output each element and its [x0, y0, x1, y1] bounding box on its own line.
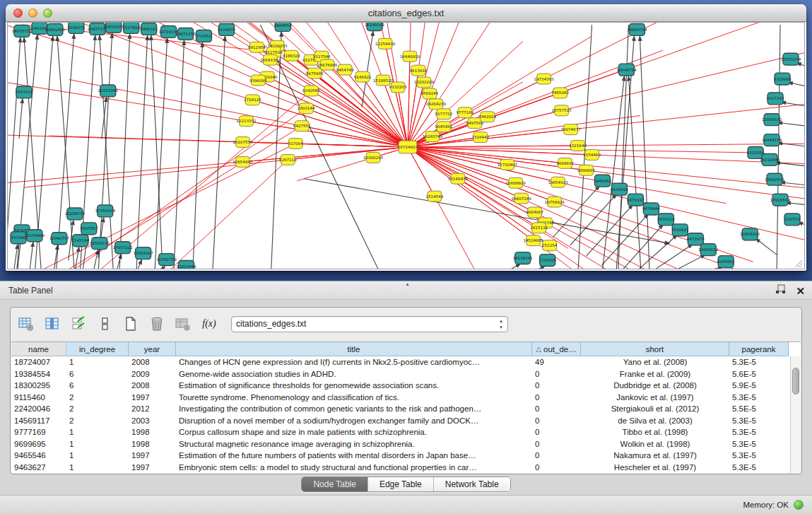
- table-body: 1872400712008Changes of HCN gene express…: [11, 356, 801, 473]
- cell-title: Embryonic stem cells: a model to study s…: [176, 462, 532, 474]
- cell-short: Hescheler et al. (1997): [581, 462, 729, 474]
- column-header-pagerank[interactable]: pagerank: [729, 342, 789, 356]
- graph-node-label: 7462024: [478, 115, 496, 119]
- delete-table-icon[interactable]: [148, 315, 165, 332]
- cell-in_degree: 2: [66, 403, 129, 415]
- network-canvas[interactable]: 8912954142260539127508165433828186328932…: [7, 22, 805, 269]
- select-column-icon[interactable]: [44, 315, 61, 332]
- table-row[interactable]: 1456911722003Disruption of a novel membe…: [11, 415, 801, 427]
- graph-node-label: 252254: [542, 243, 558, 247]
- create-table-icon[interactable]: [122, 315, 139, 332]
- table-row[interactable]: 2242004622012Investigating the contribut…: [11, 403, 801, 415]
- cell-title: Estimation of the future numbers of pati…: [176, 450, 532, 462]
- graph-node-label: 20891406: [45, 28, 66, 32]
- select-rows-check-icon[interactable]: [70, 315, 87, 332]
- graph-node-label: 9899695: [577, 168, 595, 173]
- cell-out_degree: 0: [532, 380, 581, 392]
- cell-pagerank: 5.3E-5: [729, 426, 789, 438]
- graph-node-label: 1615132: [530, 226, 548, 230]
- table-panel-title: Table Panel: [8, 286, 53, 296]
- column-header-short[interactable]: short: [581, 342, 729, 356]
- cell-out_degree: 0: [532, 450, 581, 462]
- table-row[interactable]: 1938455462009Genome-wide association stu…: [11, 368, 801, 380]
- graph-node-label: 18807249: [512, 197, 532, 201]
- column-header-in_degree[interactable]: in_degree: [66, 342, 129, 356]
- network-window: citations_edges.txt 89129541422605391275…: [6, 4, 806, 271]
- column-header-out_degree[interactable]: △out_de…: [532, 342, 581, 356]
- graph-node-label: 16074877: [560, 127, 581, 132]
- function-builder-icon[interactable]: f(x): [201, 315, 218, 332]
- graph-node-label: 2718126: [244, 98, 261, 102]
- graph-node-label: 15692931: [765, 177, 785, 182]
- graph-node-label: 9327546: [313, 54, 331, 59]
- table-row[interactable]: 1830029562008Estimation of significance …: [11, 380, 801, 392]
- cell-pagerank: 5.3E-5: [729, 450, 789, 462]
- status-bar: Memory: OK: [0, 495, 812, 514]
- graph-node-label: 9396095: [249, 78, 267, 83]
- cell-title: Tourette syndrome. Phenomenology and cla…: [176, 392, 532, 404]
- graph-node-label: 9127508: [265, 50, 283, 54]
- table-source-select[interactable]: citations_edges.txt ▲▼: [231, 316, 508, 332]
- scrollbar-thumb[interactable]: [792, 368, 799, 395]
- cell-year: 1998: [129, 426, 176, 438]
- graph-node-label: 16149341: [365, 23, 385, 27]
- column-header-name[interactable]: name: [11, 342, 66, 356]
- graph-node-label: 16264239: [426, 102, 447, 106]
- cell-out_degree: 0: [532, 415, 581, 427]
- close-panel-icon[interactable]: ✕: [796, 286, 805, 297]
- import-table-icon[interactable]: [175, 315, 192, 332]
- graph-node-label: 1527602: [122, 25, 140, 30]
- row-height-icon[interactable]: [96, 315, 113, 332]
- cell-in_degree: 2: [66, 392, 129, 404]
- splitter-handle-icon[interactable]: ▴: [406, 281, 409, 287]
- cell-short: Nakamura et al. (1997): [581, 450, 729, 462]
- graph-node-label: 1145194: [71, 238, 89, 243]
- graph-node-label: 6466161: [140, 27, 158, 31]
- graph-node-label: 751552: [196, 34, 211, 38]
- graph-node-label: 9664554: [274, 23, 292, 28]
- table-options-icon[interactable]: [18, 315, 35, 332]
- graph-node-label: 2803144: [298, 106, 315, 110]
- graph-node-label: 317004: [288, 141, 304, 146]
- graph-node-label: 10654985: [233, 160, 253, 164]
- tab-node-table[interactable]: Node Table: [302, 477, 368, 491]
- table-panel-header[interactable]: ▴ Table Panel ✕: [0, 281, 812, 300]
- table-row[interactable]: 977716911998Corpus callosum shape and si…: [11, 426, 801, 438]
- table-row[interactable]: 946362711997Embryonic stem cells: a mode…: [11, 462, 801, 474]
- table-row[interactable]: 911546021997Tourette syndrome. Phenomeno…: [11, 392, 801, 404]
- cell-year: 1997: [129, 450, 176, 462]
- graph-node-label: 7485083: [551, 90, 569, 95]
- graph-node-label: 9474444: [642, 206, 660, 211]
- graph-node-label: 9146821: [354, 75, 372, 79]
- network-window-titlebar[interactable]: citations_edges.txt: [6, 4, 806, 22]
- graph-node-label: 16782759: [156, 257, 177, 262]
- cell-short: Franke et al. (2009): [581, 368, 729, 380]
- column-header-year[interactable]: year: [129, 342, 176, 356]
- tab-edge-table[interactable]: Edge Table: [368, 477, 434, 491]
- table-row[interactable]: 1872400712008Changes of HCN gene express…: [11, 356, 801, 368]
- graph-node-label: 19756928: [544, 200, 565, 204]
- graph-node-label: 12254430: [375, 42, 396, 46]
- graph-node-label: 8215958: [747, 151, 765, 155]
- table-row[interactable]: 969969511998Structural magnetic resonanc…: [11, 438, 801, 450]
- graph-node-label: 16265749: [423, 134, 443, 139]
- column-header-title[interactable]: title: [176, 342, 532, 356]
- tab-network-table[interactable]: Network Table: [434, 477, 510, 491]
- cell-name: 14569117: [11, 415, 66, 427]
- table-row[interactable]: 946554611997Estimation of the future num…: [11, 450, 801, 462]
- graph-node-label: 19734393: [534, 77, 554, 81]
- graph-node-label: 18724007: [398, 145, 418, 149]
- graph-node-label: 13202209: [414, 81, 435, 85]
- table-toolbar: f(x) citations_edges.txt ▲▼: [11, 308, 801, 340]
- vertical-scrollbar[interactable]: [790, 356, 801, 473]
- float-panel-icon[interactable]: [775, 284, 786, 298]
- resize-grip-icon[interactable]: [795, 260, 802, 267]
- memory-status-icon[interactable]: [794, 500, 804, 510]
- cell-short: Dudbridge et al. (2008): [581, 380, 729, 392]
- graph-node-label: 15720407: [498, 163, 518, 167]
- graph-node-label: 20206576: [65, 211, 86, 216]
- table-header-row: namein_degreeyeartitle△out_de…shortpager…: [11, 342, 801, 356]
- cell-short: Stergiakouli et al. (2012): [581, 403, 729, 415]
- cell-out_degree: 49: [532, 356, 581, 368]
- graph-node-label: 19654923: [548, 180, 568, 185]
